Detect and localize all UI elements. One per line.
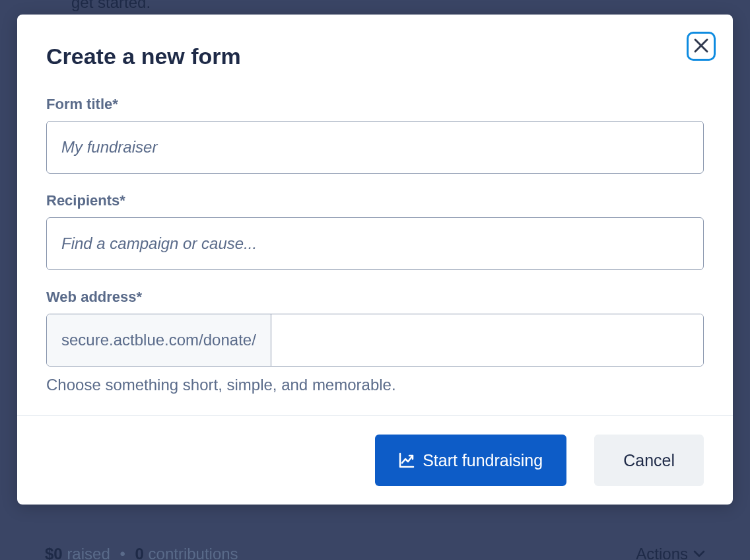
web-address-input[interactable] <box>271 314 703 366</box>
modal-body: Create a new form Form title* Recipients… <box>17 15 733 415</box>
background-raised-label: raised <box>67 545 110 560</box>
close-button[interactable] <box>687 32 716 61</box>
chart-line-icon <box>399 452 415 468</box>
start-fundraising-label: Start fundraising <box>423 451 543 470</box>
web-address-helper: Choose something short, simple, and memo… <box>46 376 704 394</box>
web-address-url-group: secure.actblue.com/donate/ <box>46 314 704 367</box>
close-icon <box>693 37 710 56</box>
create-form-modal: Create a new form Form title* Recipients… <box>17 15 733 505</box>
modal-footer: Start fundraising Cancel <box>17 415 733 505</box>
cancel-button[interactable]: Cancel <box>594 435 704 486</box>
background-stats: $0 raised • 0 contributions <box>45 545 238 560</box>
recipients-label: Recipients* <box>46 192 704 209</box>
background-bottom-row: $0 raised • 0 contributions Actions <box>45 545 705 560</box>
background-count: 0 <box>135 545 144 560</box>
start-fundraising-button[interactable]: Start fundraising <box>375 435 566 486</box>
form-title-input[interactable] <box>46 121 704 174</box>
background-amount: $0 <box>45 545 63 560</box>
form-title-label: Form title* <box>46 96 704 113</box>
background-bullet: • <box>119 545 125 560</box>
modal-title: Create a new form <box>46 44 704 69</box>
background-actions-label: Actions <box>636 545 688 560</box>
web-address-group: Web address* secure.actblue.com/donate/ … <box>46 289 704 394</box>
chevron-down-icon <box>693 550 705 558</box>
background-actions-dropdown[interactable]: Actions <box>636 545 705 560</box>
background-top-text: get started. <box>71 0 151 12</box>
background-contributions-label: contributions <box>149 545 238 560</box>
web-address-prefix: secure.actblue.com/donate/ <box>47 314 271 366</box>
recipients-group: Recipients* <box>46 192 704 270</box>
form-title-group: Form title* <box>46 96 704 174</box>
recipients-input[interactable] <box>46 217 704 270</box>
cancel-label: Cancel <box>623 451 675 470</box>
web-address-label: Web address* <box>46 289 704 306</box>
